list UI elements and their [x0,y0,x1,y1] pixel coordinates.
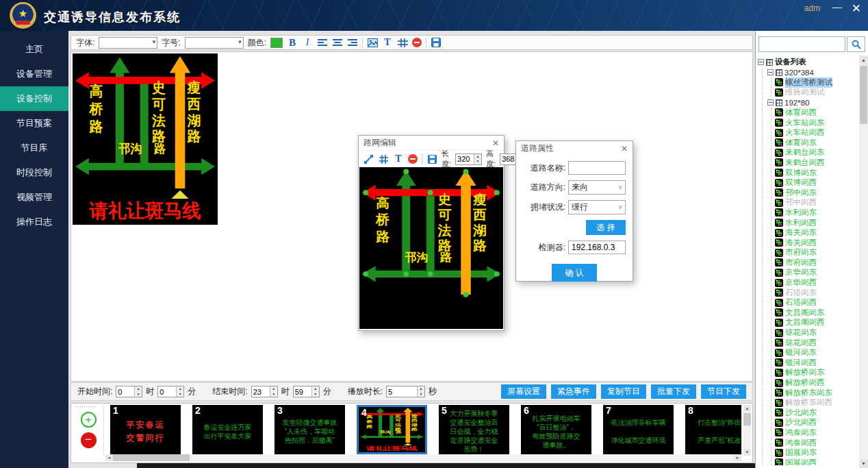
minimize-button[interactable]: — [832,1,842,12]
draw-line-tool-icon[interactable] [363,153,374,165]
text-tool-icon[interactable]: T [393,153,404,165]
save-icon[interactable] [426,153,437,165]
color-swatch[interactable] [270,38,283,48]
tree-device-item[interactable]: 双博岗西 [775,177,858,188]
delete-icon[interactable] [412,38,422,47]
strip-horizontal-scrollbar[interactable]: ◄ ► [105,454,741,461]
tree-device-item[interactable]: 火车站岗西 [775,127,858,138]
action-button-复制节目[interactable]: 复制节目 [601,384,646,399]
action-button-节目下发[interactable]: 节目下发 [701,384,746,399]
scrollbar-thumb[interactable] [860,66,867,124]
close-icon[interactable]: ✕ [492,138,499,148]
scroll-down-icon[interactable]: ▼ [743,449,751,456]
tree-device-item[interactable]: 海关岗东 [775,227,858,238]
align-left-button[interactable] [317,37,328,49]
font-size-select[interactable]: ▾ [185,37,244,49]
search-button[interactable] [847,36,865,52]
program-thumbnail-8[interactable]: 8打击整治“炸街” 严查严惩“机改” [685,405,741,454]
tree-device-item[interactable]: 鸿泰岗东 [775,428,858,438]
scroll-down-icon[interactable]: ▼ [859,459,868,468]
sidebar-item-设备控制[interactable]: 设备控制 [0,86,68,111]
insert-image-button[interactable] [367,37,378,49]
start-hour-input[interactable] [116,386,134,397]
sidebar-item-主页[interactable]: 主页 [0,37,68,62]
program-thumbnail-2[interactable]: 2春运安全连万家 出行平安靠大家 [192,405,263,454]
end-hour-input[interactable] [252,386,270,397]
detector-input[interactable] [568,241,626,254]
road-name-input[interactable] [568,161,626,175]
tree-device-item[interactable]: 沙北岗东 [775,408,858,418]
tree-device-item[interactable]: 沙北岗西 [775,418,858,428]
search-input[interactable] [758,36,845,52]
spinner-buttons[interactable]: ▲▼ [311,386,319,397]
save-icon[interactable] [431,37,442,49]
tree-expander-icon[interactable] [758,59,764,65]
program-thumbnail-5[interactable]: 5大力开展秋冬季 交通安全整治百 日会战，全力稳 定道路交通安全 形势！ [439,405,509,454]
spinner-buttons[interactable]: ▲▼ [176,386,183,397]
tree-device-item[interactable]: 邗中岗西 [775,198,858,208]
tree-device-item[interactable]: 琼花岗东 [775,328,858,338]
tree-device-item[interactable]: 市府岗西 [775,258,858,268]
tree-expander-icon[interactable] [767,69,774,75]
program-thumbnail-3[interactable]: 3发生轻微交通事故 “人未伤，车能动 先拍照，后撤离” [275,405,345,454]
tree-device-item[interactable]: 琼花岗西 [775,338,858,348]
tree-device-item[interactable]: 邗中岗东 [775,188,858,198]
tree-device-item[interactable]: 火车站岗东 [775,118,858,128]
tree-device-item[interactable]: 双博岗东 [775,168,858,178]
tree-device-item[interactable]: 鸿泰岗西 [775,438,858,448]
tree-device-item[interactable]: 国展岗西 [775,458,858,465]
tree-group-320*384[interactable]: 320*384 [767,67,858,77]
tree-device-item[interactable]: 维扬岗测试 [775,88,858,98]
duration-input[interactable] [387,386,417,397]
font-select[interactable]: ▾ [99,37,157,49]
start-minute-input[interactable] [158,386,176,397]
road-tool-icon[interactable] [378,153,389,165]
tree-device-item[interactable]: 市府岗东 [775,248,858,258]
sidebar-item-时段控制[interactable]: 时段控制 [0,160,68,185]
tree-device-item[interactable]: 银河岗西 [775,358,858,368]
confirm-button[interactable]: 确 认 [552,264,597,282]
italic-button[interactable]: I [302,37,313,49]
tree-device-item[interactable]: 体育岗西 [775,108,858,118]
tree-device-item[interactable]: 水利岗东 [775,208,858,218]
insert-text-button[interactable]: T [382,37,393,49]
tree-device-item[interactable]: 解放桥岗东 [775,368,858,378]
program-thumbnail-7[interactable]: 7依法治理非标车辆 净化城市交通环境 [603,405,674,454]
tree-device-item[interactable]: 银河岗东 [775,347,858,358]
spinner-buttons[interactable]: ▲▼ [134,386,142,397]
bold-button[interactable]: B [287,37,298,49]
remove-program-button[interactable]: − [81,432,97,448]
road-editor-canvas[interactable]: 高桥路史可法路瘦西湖路邗沟路 [359,167,503,329]
tree-device-item[interactable]: 京华岗东 [775,268,858,278]
scroll-up-icon[interactable]: ▲ [859,56,868,64]
tree-device-item[interactable]: 解放桥东岗西 [775,397,858,408]
align-right-button[interactable] [347,37,358,49]
strip-vertical-scrollbar[interactable]: ▲ ▼ [743,405,751,456]
tree-device-item[interactable]: 海关岗西 [775,238,858,248]
program-thumbnail-4[interactable]: 4高桥路史可法路瘦西湖路邗沟路请礼让斑马线 [357,405,427,454]
tree-device-item[interactable]: 体育岗东 [775,138,858,148]
scroll-right-icon[interactable]: ► [734,454,741,461]
delete-icon[interactable] [408,154,418,164]
tree-device-item[interactable]: 京华岗西 [775,278,858,288]
tree-device-item[interactable]: 国展岗东 [775,447,858,458]
sidebar-item-节目预案[interactable]: 节目预案 [0,111,68,136]
sidebar-item-视频管理[interactable]: 视频管理 [0,185,68,210]
program-thumbnail-6[interactable]: 6扎实开展电动车 “百日整治”， 有效预防道路交 通事故。 [521,405,591,454]
sidebar-item-设备管理[interactable]: 设备管理 [0,62,68,86]
tree-device-item[interactable]: 文昌阁岗东 [775,308,858,318]
tree-device-item[interactable]: 石塔岗东 [775,288,858,298]
tree-device-item[interactable]: 文昌阁岗西 [775,318,858,328]
tree-device-item[interactable]: 水利岗西 [775,218,858,228]
action-button-紧急事件[interactable]: 紧急事件 [551,384,596,399]
close-icon[interactable]: ✕ [621,144,628,153]
spinner-buttons[interactable]: ▲▼ [474,154,481,164]
program-thumbnail-1[interactable]: 1平安春运 交警同行 [110,405,181,454]
end-minute-input[interactable] [294,386,311,397]
length-input[interactable] [456,154,474,164]
tree-device-item[interactable]: 来鹤台岗西 [775,158,858,168]
add-program-button[interactable]: + [81,412,97,428]
select-detector-button[interactable]: 选 择 [586,220,626,235]
road-direction-select[interactable]: 来向˅ [568,180,626,195]
tree-device-item[interactable]: 螺丝湾桥测试 [775,77,858,88]
